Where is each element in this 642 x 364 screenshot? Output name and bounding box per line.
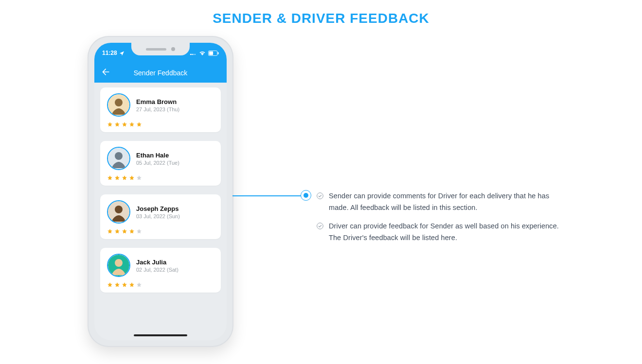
svg-point-12 (115, 206, 123, 213)
nav-bar: Sender Feddback (94, 63, 227, 83)
rating-stars (107, 121, 214, 127)
rating-stars (107, 228, 214, 234)
feedback-card[interactable]: Joseph Zepps03 Jul, 2022 (Sun) (100, 194, 221, 239)
callout-line (232, 195, 308, 196)
speaker-slot (146, 48, 166, 51)
home-indicator[interactable] (134, 334, 187, 336)
feedback-name: Joseph Zepps (136, 205, 180, 212)
bullet-text: Sender can provide comments for Driver f… (329, 191, 569, 214)
check-circle-icon (316, 192, 324, 200)
back-button[interactable] (101, 67, 111, 79)
svg-point-2 (193, 54, 195, 55)
check-circle-icon (316, 222, 324, 230)
feedback-card[interactable]: Ethan Hale05 Jul, 2022 (Tue) (100, 141, 221, 186)
svg-point-10 (115, 152, 123, 160)
front-camera (171, 47, 175, 51)
feedback-date: 05 Jul, 2022 (Tue) (136, 160, 179, 166)
avatar (107, 200, 130, 224)
rating-stars (107, 175, 214, 181)
svg-point-14 (115, 259, 123, 267)
svg-rect-6 (218, 52, 219, 54)
phone-frame: 11:28 (88, 36, 233, 347)
feedback-name: Jack Julia (136, 259, 178, 266)
svg-point-0 (190, 54, 192, 55)
svg-point-15 (317, 193, 323, 199)
battery-icon (208, 51, 219, 56)
svg-point-8 (115, 99, 123, 106)
avatar (107, 147, 130, 170)
feedback-list[interactable]: Emma Brown27 Jul, 2023 (Thu)Ethan Hale05… (94, 83, 227, 293)
bullet-text: Driver can provide feedback for Sender a… (329, 221, 569, 244)
avatar (107, 93, 130, 117)
page-heading: SENDER & DRIVER FEEDBACK (0, 0, 642, 26)
location-arrow-icon (119, 51, 125, 56)
phone-notch (131, 43, 190, 55)
feature-bullet: Driver can provide feedback for Sender a… (316, 221, 569, 244)
callout-dot (301, 190, 311, 201)
feedback-name: Ethan Hale (136, 152, 179, 159)
svg-rect-5 (209, 51, 213, 54)
feedback-name: Emma Brown (136, 98, 179, 105)
svg-point-1 (192, 54, 193, 55)
nav-title: Sender Feddback (94, 69, 227, 77)
feature-bullets: Sender can provide comments for Driver f… (316, 191, 569, 251)
phone-screen: 11:28 (94, 43, 227, 340)
network-dots-icon (190, 51, 196, 55)
feedback-date: 27 Jul, 2023 (Thu) (136, 106, 179, 112)
feature-bullet: Sender can provide comments for Driver f… (316, 191, 569, 214)
avatar (107, 254, 130, 277)
feedback-card[interactable]: Emma Brown27 Jul, 2023 (Thu) (100, 87, 221, 132)
rating-stars (107, 282, 214, 288)
svg-point-16 (317, 223, 323, 229)
status-time: 11:28 (102, 50, 117, 56)
wifi-icon (199, 51, 206, 55)
feedback-date: 03 Jul, 2022 (Sun) (136, 213, 180, 219)
feedback-card[interactable]: Jack Julia02 Jul, 2022 (Sat) (100, 248, 221, 293)
svg-point-3 (195, 54, 196, 55)
stage: 11:28 (0, 26, 642, 357)
feedback-date: 02 Jul, 2022 (Sat) (136, 267, 178, 273)
